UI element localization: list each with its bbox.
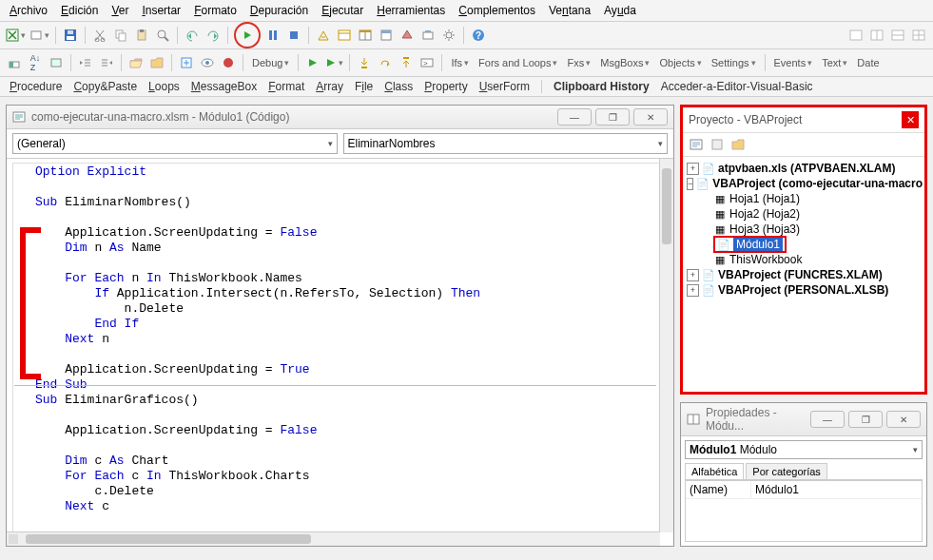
run-menu-icon[interactable] bbox=[325, 54, 343, 71]
restore-button[interactable]: ❐ bbox=[595, 108, 630, 126]
toggle-folders-icon[interactable] bbox=[730, 137, 746, 152]
snip-messagebox[interactable]: MessageBox bbox=[191, 80, 257, 93]
view-code-icon[interactable] bbox=[689, 137, 704, 152]
fxs-menu[interactable]: Fxs bbox=[564, 54, 593, 71]
procedure-combo[interactable]: EliminarNombres▾ bbox=[343, 133, 669, 154]
tab-categorized[interactable]: Por categorías bbox=[746, 463, 827, 479]
minimize-button[interactable]: — bbox=[557, 108, 592, 126]
immediate-icon[interactable]: > bbox=[418, 54, 436, 71]
break-icon[interactable] bbox=[264, 27, 282, 44]
snip-copypaste[interactable]: Copy&Paste bbox=[73, 80, 137, 93]
snip-class[interactable]: Class bbox=[384, 80, 413, 93]
tb2-icon-1[interactable] bbox=[6, 54, 23, 71]
menu-formato[interactable]: Formato bbox=[194, 4, 237, 17]
objects-menu[interactable]: Objects bbox=[656, 54, 704, 71]
step-over-icon[interactable] bbox=[377, 54, 394, 71]
properties-object-combo[interactable]: Módulo1 Módulo▾ bbox=[685, 440, 923, 459]
clipboard-item[interactable]: Acceder-a-Editor-Visual-Basic bbox=[661, 80, 813, 93]
menu-ventana[interactable]: Ventana bbox=[549, 4, 591, 17]
snip-procedure[interactable]: Procedure bbox=[10, 80, 62, 93]
view-object-icon[interactable] bbox=[709, 137, 725, 152]
project-tree[interactable]: +📄atpvbaen.xls (ATPVBAEN.XLAM) −📄VBAProj… bbox=[683, 157, 924, 392]
paste-icon[interactable] bbox=[133, 27, 150, 44]
toolbox-icon[interactable] bbox=[398, 27, 416, 44]
stop-debug-icon[interactable] bbox=[220, 54, 237, 71]
insert-icon[interactable] bbox=[29, 27, 49, 44]
cut-icon[interactable] bbox=[91, 27, 108, 44]
menu-ver[interactable]: Ver bbox=[111, 4, 128, 17]
prop-minimize-button[interactable]: — bbox=[810, 411, 845, 428]
menu-ayuda[interactable]: Ayuda bbox=[604, 4, 636, 17]
menu-archivo[interactable]: AArchivorchivo bbox=[10, 4, 48, 17]
copy-icon[interactable] bbox=[112, 27, 129, 44]
tb2-icon-3[interactable] bbox=[48, 54, 65, 71]
folder-open-icon[interactable] bbox=[127, 54, 145, 71]
prop-restore-button[interactable]: ❐ bbox=[848, 411, 883, 428]
date-menu[interactable]: Date bbox=[854, 54, 882, 71]
snip-userform[interactable]: UserForm bbox=[479, 80, 530, 93]
menu-complementos[interactable]: Complementos bbox=[458, 4, 535, 17]
text-menu[interactable]: Text bbox=[819, 54, 850, 71]
run-sub-icon[interactable] bbox=[304, 54, 321, 71]
compile-icon[interactable] bbox=[178, 54, 195, 71]
code-text[interactable]: Option Explicit Sub EliminarNombres() Ap… bbox=[35, 164, 658, 540]
properties-window-icon[interactable] bbox=[357, 27, 374, 44]
watch-icon[interactable] bbox=[199, 54, 216, 71]
find-icon[interactable] bbox=[154, 27, 171, 44]
reset-icon[interactable] bbox=[285, 27, 302, 44]
snip-array[interactable]: Array bbox=[316, 80, 343, 93]
window-layout-1-icon[interactable] bbox=[847, 27, 865, 44]
save-icon[interactable] bbox=[62, 27, 79, 44]
folder-icon[interactable] bbox=[148, 54, 165, 71]
sort-az-icon[interactable]: A↓Z bbox=[27, 54, 44, 71]
references-icon[interactable] bbox=[419, 27, 437, 44]
step-into-icon[interactable] bbox=[356, 54, 373, 71]
window-layout-3-icon[interactable] bbox=[889, 27, 906, 44]
ifs-menu[interactable]: Ifs bbox=[448, 54, 472, 71]
window-layout-2-icon[interactable] bbox=[868, 27, 885, 44]
code-editor[interactable]: Option Explicit Sub EliminarNombres() Ap… bbox=[7, 158, 673, 546]
msgbox-menu[interactable]: MsgBoxs bbox=[597, 54, 652, 71]
settings-icon[interactable] bbox=[440, 27, 457, 44]
debug-menu[interactable]: Debug bbox=[249, 54, 292, 71]
menu-herramientas[interactable]: Herramientas bbox=[377, 4, 445, 17]
code-window-titlebar[interactable]: como-ejecutar-una-macro.xlsm - Módulo1 (… bbox=[7, 106, 673, 129]
menu-depuracion[interactable]: Depuración bbox=[250, 4, 308, 17]
snip-loops[interactable]: Loops bbox=[148, 80, 180, 93]
window-layout-4-icon[interactable] bbox=[910, 27, 927, 44]
settings-menu[interactable]: Settings bbox=[709, 54, 759, 71]
properties-grid[interactable]: (Name)Módulo1 bbox=[685, 480, 923, 542]
design-mode-icon[interactable] bbox=[315, 27, 332, 44]
excel-view-icon[interactable] bbox=[6, 27, 26, 44]
vertical-scrollbar[interactable] bbox=[659, 159, 673, 532]
snip-property[interactable]: Property bbox=[424, 80, 467, 93]
tab-alphabetic[interactable]: Alfabética bbox=[685, 463, 744, 479]
snip-format[interactable]: Format bbox=[268, 80, 304, 93]
indent-icon[interactable] bbox=[98, 54, 115, 71]
expand-icon[interactable]: + bbox=[687, 284, 699, 297]
run-button-highlighted[interactable] bbox=[234, 22, 261, 48]
redo-icon[interactable] bbox=[204, 27, 222, 44]
horizontal-scrollbar[interactable] bbox=[7, 531, 660, 546]
snip-file[interactable]: File bbox=[355, 80, 373, 93]
collapse-icon[interactable]: − bbox=[687, 178, 693, 190]
object-browser-icon[interactable] bbox=[378, 27, 395, 44]
object-combo[interactable]: (General)▾ bbox=[12, 133, 338, 154]
help-icon[interactable]: ? bbox=[470, 27, 487, 44]
outdent-icon[interactable] bbox=[77, 54, 94, 71]
expand-icon[interactable]: + bbox=[687, 163, 699, 175]
close-button[interactable]: ✕ bbox=[633, 108, 668, 126]
expand-icon[interactable]: + bbox=[687, 269, 699, 281]
fors-menu[interactable]: Fors and Loops bbox=[476, 54, 560, 71]
project-explorer-close-icon[interactable]: ✕ bbox=[902, 111, 919, 128]
prop-name-value[interactable]: Módulo1 bbox=[751, 481, 803, 498]
menu-ejecutar[interactable]: Ejecutar bbox=[321, 4, 363, 17]
project-explorer-icon[interactable] bbox=[336, 27, 353, 44]
selected-module[interactable]: 📄Módulo1 bbox=[713, 236, 787, 253]
fullmodule-view-icon[interactable] bbox=[9, 534, 18, 544]
events-menu[interactable]: Events bbox=[771, 54, 816, 71]
undo-icon[interactable] bbox=[184, 27, 201, 44]
prop-close-button[interactable]: ✕ bbox=[886, 411, 921, 428]
menu-edicion[interactable]: Edición bbox=[61, 4, 98, 17]
step-out-icon[interactable] bbox=[398, 54, 415, 71]
